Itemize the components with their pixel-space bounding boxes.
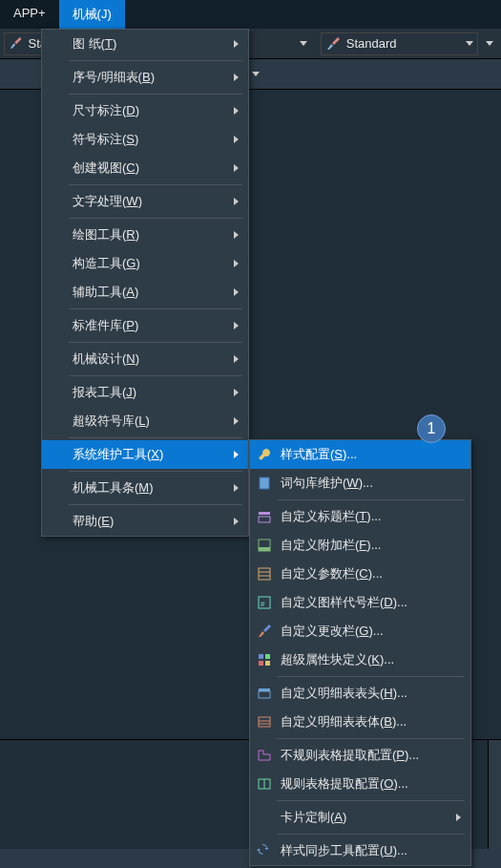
menu-item-label: 超级属性块定义(K)... <box>281 651 394 668</box>
svg-rect-12 <box>259 661 263 666</box>
mechanical-menu-item-12[interactable]: 超级符号库(L) <box>42 407 248 435</box>
mechanical-menu-item-14[interactable]: 机械工具条(M) <box>42 474 248 502</box>
mechanical-menu-item-1[interactable]: 序号/明细表(B) <box>42 63 248 92</box>
sys-maint-menu-item-3[interactable]: 自定义附加栏(F)... <box>250 531 470 560</box>
sys-maint-menu-item-6[interactable]: 自定义更改栏(G)... <box>250 617 470 646</box>
submenu-arrow-icon <box>234 389 239 396</box>
menu-item-label: 机械工具条(M) <box>73 479 154 497</box>
menu-separator <box>69 504 242 505</box>
menubar: APP+ 机械(J) <box>0 0 501 29</box>
submenu-arrow-icon <box>234 260 239 267</box>
scrollbar-vertical[interactable] <box>488 740 501 849</box>
svg-rect-16 <box>259 717 270 727</box>
svg-rect-13 <box>265 661 270 666</box>
menu-item-label: 自定义标题栏(T)... <box>281 508 381 525</box>
theadr-icon <box>256 685 273 702</box>
mechanical-menu-item-10[interactable]: 机械设计(N) <box>42 345 248 373</box>
svg-rect-0 <box>260 477 269 489</box>
menu-item-label: 自定义图样代号栏(D)... <box>281 594 407 611</box>
menu-item-label: 样式同步工具配置(U)... <box>281 842 407 859</box>
menu-separator <box>69 342 242 343</box>
submenu-arrow-icon <box>234 198 239 205</box>
menu-item-label: 标准件库(P) <box>73 317 138 334</box>
mechanical-menu-item-15[interactable]: 帮助(E) <box>42 507 248 536</box>
menu-item-label: 样式配置(S)... <box>281 446 357 463</box>
sys-maint-menu-item-4[interactable]: 自定义参数栏(C)... <box>250 560 470 588</box>
param-icon <box>256 565 273 582</box>
menu-separator <box>69 94 242 95</box>
menu-separator <box>69 375 242 376</box>
submenu-arrow-icon <box>234 231 239 239</box>
mechanical-menu-item-9[interactable]: 标准件库(P) <box>42 311 248 340</box>
style-brush-icon <box>9 36 22 52</box>
sys-maint-menu-item-11[interactable]: 规则表格提取配置(O)... <box>250 770 470 798</box>
submenu-arrow-icon <box>456 814 461 821</box>
mechanical-menu-item-11[interactable]: 报表工具(J) <box>42 378 248 407</box>
menu-separator <box>69 218 242 219</box>
sys-maint-menu-item-12[interactable]: 卡片定制(A) <box>250 803 470 832</box>
svg-rect-15 <box>259 691 270 698</box>
mechanical-menu-item-8[interactable]: 辅助工具(A) <box>42 278 248 307</box>
sys-maint-menu-item-0[interactable]: 样式配置(S)... <box>250 440 470 469</box>
system-maintenance-submenu: 样式配置(S)...词句库维护(W)...自定义标题栏(T)...自定义附加栏(… <box>249 439 471 866</box>
sys-maint-menu-item-1[interactable]: 词句库维护(W)... <box>250 469 470 498</box>
book-icon <box>256 475 273 492</box>
mechanical-menu-item-7[interactable]: 构造工具(G) <box>42 249 248 278</box>
menu-item-label: 自定义更改栏(G)... <box>281 623 384 640</box>
mechanical-menu: 图 纸(T)序号/明细表(B)尺寸标注(D)符号标注(S)创建视图(C)文字处理… <box>41 29 249 537</box>
menu-separator <box>277 834 465 835</box>
sys-maint-menu-item-5[interactable]: #自定义图样代号栏(D)... <box>250 588 470 617</box>
menu-item-label: 序号/明细表(B) <box>73 69 155 86</box>
submenu-arrow-icon <box>234 164 239 172</box>
sys-maint-menu-item-2[interactable]: 自定义标题栏(T)... <box>250 502 470 531</box>
sys-maint-menu-item-7[interactable]: 超级属性块定义(K)... <box>250 646 470 674</box>
mechanical-menu-item-13[interactable]: 系统维护工具(X) <box>42 440 248 469</box>
mechanical-menu-item-0[interactable]: 图 纸(T) <box>42 30 248 58</box>
menu-item-label: 文字处理(W) <box>73 193 142 210</box>
menu-item-label: 帮助(E) <box>73 513 114 530</box>
submenu-arrow-icon <box>234 518 239 525</box>
append-icon <box>256 537 273 554</box>
toolbar-left-arrow-icon <box>300 41 307 46</box>
submenu-arrow-icon <box>234 451 239 458</box>
menu-item-label: 卡片定制(A) <box>281 809 346 826</box>
menu-item-label: 不规则表格提取配置(P)... <box>281 747 419 764</box>
menu-item-label: 自定义明细表表头(H)... <box>281 685 407 702</box>
menu-item-label: 机械设计(N) <box>73 350 139 368</box>
menu-item-label: 规则表格提取配置(O)... <box>281 775 408 793</box>
menu-separator <box>277 738 465 739</box>
menu-item-label: 尺寸标注(D) <box>73 102 139 119</box>
style-list-dropdown-right[interactable]: Standard <box>321 32 478 55</box>
svg-rect-5 <box>259 568 270 580</box>
sys-maint-menu-item-9[interactable]: 自定义明细表表体(B)... <box>250 708 470 736</box>
menu-item-label: 图 纸(T) <box>73 35 116 53</box>
mechanical-menu-item-5[interactable]: 文字处理(W) <box>42 187 248 216</box>
menu-item-label: 自定义明细表表体(B)... <box>281 713 407 730</box>
submenu-arrow-icon <box>234 107 239 115</box>
toolbar-overflow[interactable] <box>482 32 497 55</box>
mechanical-menu-item-2[interactable]: 尺寸标注(D) <box>42 96 248 125</box>
sys-maint-menu-item-10[interactable]: 不规则表格提取配置(P)... <box>250 741 470 770</box>
reg-icon <box>256 775 273 793</box>
wrench-icon <box>256 446 273 463</box>
submenu-arrow-icon <box>234 484 239 492</box>
menubar-item-mechanical[interactable]: 机械(J) <box>59 0 125 29</box>
mechanical-menu-item-3[interactable]: 符号标注(S) <box>42 125 248 154</box>
submenu-arrow-icon <box>234 74 239 81</box>
tbody-icon <box>256 713 273 730</box>
mechanical-menu-item-4[interactable]: 创建视图(C) <box>42 154 248 182</box>
irreg-icon <box>256 747 273 764</box>
menu-separator <box>277 676 465 677</box>
sys-maint-menu-item-13[interactable]: 样式同步工具配置(U)... <box>250 836 470 865</box>
menu-item-label: 自定义参数栏(C)... <box>281 565 383 582</box>
chevron-down-icon <box>252 72 260 76</box>
svg-rect-2 <box>259 517 270 522</box>
mechanical-menu-item-6[interactable]: 绘图工具(R) <box>42 221 248 249</box>
menu-item-label: 符号标注(S) <box>73 131 138 148</box>
submenu-arrow-icon <box>234 288 239 296</box>
submenu-arrow-icon <box>234 417 239 425</box>
menu-separator <box>69 60 242 61</box>
chevron-down-icon <box>466 41 473 46</box>
sys-maint-menu-item-8[interactable]: 自定义明细表表头(H)... <box>250 679 470 708</box>
menubar-item-app[interactable]: APP+ <box>0 0 59 29</box>
